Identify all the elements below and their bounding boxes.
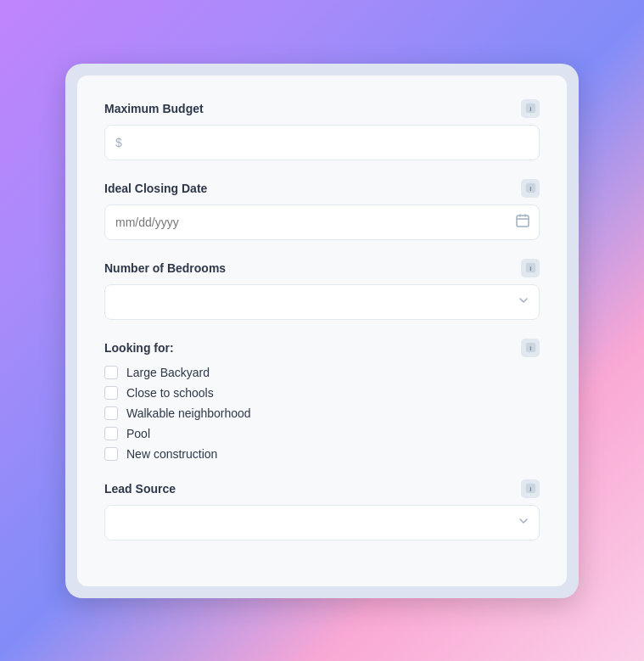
bedrooms-header: Number of Bedrooms i [104,259,540,277]
budget-input[interactable] [104,125,540,160]
lead-source-select-wrapper [104,505,540,541]
inner-card: Maximum Budget i Ideal Closing Date i [77,76,567,586]
looking-for-info-icon[interactable]: i [521,339,540,357]
closing-date-label: Ideal Closing Date [104,182,207,195]
bedrooms-label: Number of Bedrooms [104,261,226,275]
svg-text:i: i [529,485,531,493]
looking-for-field-group: Looking for: i Large Backyard Close to s… [104,339,540,461]
budget-field-group: Maximum Budget i [104,99,540,160]
svg-text:i: i [529,105,531,113]
lead-source-label: Lead Source [104,482,176,496]
looking-for-header: Looking for: i [104,339,540,357]
svg-text:i: i [529,345,531,352]
large-backyard-label: Large Backyard [126,366,210,379]
budget-header: Maximum Budget i [104,99,540,118]
new-construction-checkbox[interactable] [104,447,118,461]
lead-source-select[interactable] [104,505,540,541]
lead-source-info-icon[interactable]: i [521,479,540,498]
checkbox-new-construction[interactable]: New construction [104,447,540,461]
bedrooms-info-icon[interactable]: i [521,259,540,277]
checkbox-large-backyard[interactable]: Large Backyard [104,366,540,379]
closing-date-info-icon[interactable]: i [521,179,540,198]
outer-card: Maximum Budget i Ideal Closing Date i [65,64,579,598]
svg-text:i: i [529,185,531,193]
closing-date-field-group: Ideal Closing Date i [104,179,540,240]
close-to-schools-label: Close to schools [126,386,214,400]
lead-source-header: Lead Source i [104,479,540,498]
svg-text:i: i [529,265,531,272]
budget-info-icon[interactable]: i [521,99,540,118]
new-construction-label: New construction [126,447,217,461]
checkbox-close-to-schools[interactable]: Close to schools [104,386,540,400]
bedrooms-select-wrapper: 1 2 3 4 5+ [104,284,540,320]
budget-label: Maximum Budget [104,102,204,115]
checkbox-walkable[interactable]: Walkable neighborhood [104,406,540,420]
closing-date-input[interactable] [104,204,540,240]
pool-label: Pool [126,427,150,440]
bedrooms-select[interactable]: 1 2 3 4 5+ [104,284,540,320]
closing-date-header: Ideal Closing Date i [104,179,540,198]
walkable-label: Walkable neighborhood [126,406,251,420]
lead-source-field-group: Lead Source i [104,479,540,541]
close-to-schools-checkbox[interactable] [104,386,118,400]
looking-for-label: Looking for: [104,341,174,355]
large-backyard-checkbox[interactable] [104,366,118,379]
bedrooms-field-group: Number of Bedrooms i 1 2 3 4 5+ [104,259,540,320]
checkbox-pool[interactable]: Pool [104,427,540,440]
date-input-wrapper [104,204,540,240]
walkable-checkbox[interactable] [104,406,118,420]
pool-checkbox[interactable] [104,427,118,440]
